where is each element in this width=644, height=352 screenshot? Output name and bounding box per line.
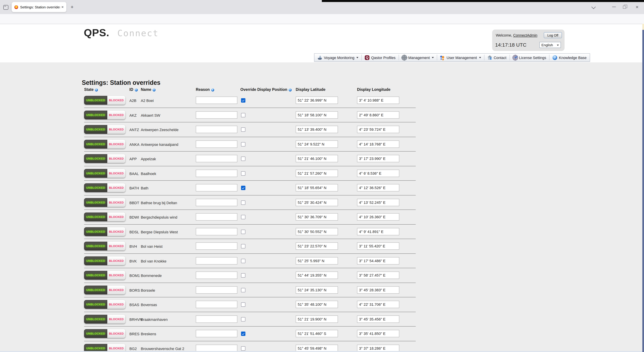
latitude-input[interactable] <box>296 344 338 352</box>
window-minimize-button[interactable] <box>612 7 616 7</box>
longitude-input[interactable] <box>357 301 399 308</box>
state-toggle[interactable]: UNBLOCKED BLOCKED <box>84 329 126 338</box>
blocked-segment[interactable]: BLOCKED <box>107 169 126 178</box>
nav-management[interactable]: Management <box>399 54 437 61</box>
override-checkbox[interactable] <box>241 113 246 117</box>
override-checkbox[interactable] <box>241 244 246 248</box>
unblocked-segment[interactable]: UNBLOCKED <box>84 154 107 163</box>
blocked-segment[interactable]: BLOCKED <box>107 271 126 280</box>
latitude-input[interactable] <box>296 140 338 148</box>
reason-input[interactable] <box>196 155 237 162</box>
unblocked-segment[interactable]: UNBLOCKED <box>84 256 107 265</box>
unblocked-segment[interactable]: UNBLOCKED <box>84 96 107 104</box>
state-toggle[interactable]: UNBLOCKED BLOCKED <box>84 271 126 280</box>
longitude-input[interactable] <box>357 184 399 192</box>
browser-tab[interactable]: Settings: Station overrides × <box>12 2 66 12</box>
override-checkbox[interactable] <box>241 317 246 321</box>
tab-close-icon[interactable]: × <box>61 5 64 10</box>
reason-input[interactable] <box>196 272 237 279</box>
state-toggle[interactable]: UNBLOCKED BLOCKED <box>84 314 126 323</box>
longitude-input[interactable] <box>357 213 399 220</box>
override-checkbox[interactable] <box>241 171 246 176</box>
info-icon[interactable]: i <box>95 88 98 92</box>
window-close-button[interactable]: × <box>636 4 639 10</box>
info-icon[interactable]: i <box>289 88 292 92</box>
blocked-segment[interactable]: BLOCKED <box>107 286 126 294</box>
unblocked-segment[interactable]: UNBLOCKED <box>84 125 107 134</box>
latitude-input[interactable] <box>296 170 338 177</box>
override-checkbox[interactable] <box>241 346 246 350</box>
latitude-input[interactable] <box>296 228 338 235</box>
reason-input[interactable] <box>196 286 237 294</box>
state-toggle[interactable]: UNBLOCKED BLOCKED <box>84 242 126 250</box>
longitude-input[interactable] <box>357 170 399 177</box>
latitude-input[interactable] <box>296 272 338 279</box>
unblocked-segment[interactable]: UNBLOCKED <box>84 227 107 236</box>
window-restore-button[interactable] <box>624 5 627 8</box>
reason-input[interactable] <box>196 184 237 192</box>
state-toggle[interactable]: UNBLOCKED BLOCKED <box>84 169 126 178</box>
reason-input[interactable] <box>196 199 237 206</box>
reason-input[interactable] <box>196 111 237 118</box>
reason-input[interactable] <box>196 213 237 220</box>
reason-input[interactable] <box>196 96 237 104</box>
username-link[interactable]: ConnectAdmin <box>513 33 538 37</box>
blocked-segment[interactable]: BLOCKED <box>107 198 126 207</box>
blocked-segment[interactable]: BLOCKED <box>107 227 126 236</box>
longitude-input[interactable] <box>357 111 399 118</box>
override-checkbox[interactable] <box>241 98 246 102</box>
override-checkbox[interactable] <box>241 200 246 205</box>
reason-input[interactable] <box>196 330 237 337</box>
info-icon[interactable]: i <box>211 88 214 92</box>
override-checkbox[interactable] <box>241 273 246 278</box>
override-checkbox[interactable] <box>241 156 246 161</box>
reason-input[interactable] <box>196 170 237 177</box>
state-toggle[interactable]: UNBLOCKED BLOCKED <box>84 286 126 294</box>
unblocked-segment[interactable]: UNBLOCKED <box>84 212 107 221</box>
latitude-input[interactable] <box>296 184 338 192</box>
unblocked-segment[interactable]: UNBLOCKED <box>84 300 107 309</box>
blocked-segment[interactable]: BLOCKED <box>107 300 126 309</box>
unblocked-segment[interactable]: UNBLOCKED <box>84 110 107 119</box>
longitude-input[interactable] <box>357 199 399 206</box>
longitude-input[interactable] <box>357 140 399 148</box>
latitude-input[interactable] <box>296 126 338 133</box>
longitude-input[interactable] <box>357 126 399 133</box>
reason-input[interactable] <box>196 242 237 250</box>
override-checkbox[interactable] <box>241 230 246 234</box>
override-checkbox[interactable] <box>241 142 246 146</box>
firefox-view-icon[interactable] <box>3 5 8 10</box>
unblocked-segment[interactable]: UNBLOCKED <box>84 344 107 352</box>
blocked-segment[interactable]: BLOCKED <box>107 125 126 134</box>
unblocked-segment[interactable]: UNBLOCKED <box>84 329 107 338</box>
override-checkbox[interactable] <box>241 128 246 132</box>
state-toggle[interactable]: UNBLOCKED BLOCKED <box>84 256 126 265</box>
unblocked-segment[interactable]: UNBLOCKED <box>84 198 107 207</box>
latitude-input[interactable] <box>296 257 338 264</box>
state-toggle[interactable]: UNBLOCKED BLOCKED <box>84 125 126 134</box>
state-toggle[interactable]: UNBLOCKED BLOCKED <box>84 344 126 352</box>
log-off-button[interactable]: Log Off <box>544 32 562 38</box>
longitude-input[interactable] <box>357 272 399 279</box>
nav-user-management[interactable]: User Management <box>437 54 484 61</box>
latitude-input[interactable] <box>296 301 338 308</box>
latitude-input[interactable] <box>296 213 338 220</box>
nav-contact[interactable]: Contact <box>484 54 510 61</box>
state-toggle[interactable]: UNBLOCKED BLOCKED <box>84 96 126 104</box>
longitude-input[interactable] <box>357 228 399 235</box>
latitude-input[interactable] <box>296 199 338 206</box>
reason-input[interactable] <box>196 315 237 323</box>
longitude-input[interactable] <box>357 155 399 162</box>
unblocked-segment[interactable]: UNBLOCKED <box>84 140 107 148</box>
longitude-input[interactable] <box>357 242 399 250</box>
reason-input[interactable] <box>196 344 237 352</box>
state-toggle[interactable]: UNBLOCKED BLOCKED <box>84 154 126 163</box>
latitude-input[interactable] <box>296 315 338 323</box>
state-toggle[interactable]: UNBLOCKED BLOCKED <box>84 212 126 221</box>
blocked-segment[interactable]: BLOCKED <box>107 344 126 352</box>
reason-input[interactable] <box>196 257 237 264</box>
longitude-input[interactable] <box>357 96 399 104</box>
info-icon[interactable]: i <box>153 88 156 92</box>
longitude-input[interactable] <box>357 344 399 352</box>
unblocked-segment[interactable]: UNBLOCKED <box>84 286 107 294</box>
